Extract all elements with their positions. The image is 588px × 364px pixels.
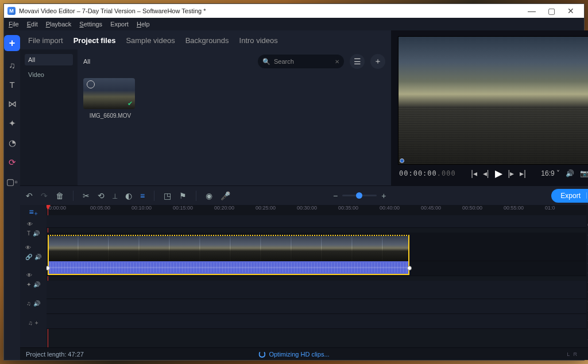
video-track-link-icon[interactable]: 🔗 — [25, 254, 32, 262]
timeline-toolbar: ↶ ↷ 🗑 ✂ ⟲ ⟂ ◐ ≡ ◳ ⚑ ◉ 🎤 − + — [20, 185, 588, 205]
video-track[interactable] — [47, 233, 586, 261]
record-audio-icon[interactable]: 🎤 — [220, 191, 230, 200]
timeline-ruler[interactable]: 0:00:0000:05:0000:10:0000:15:0000:20:000… — [47, 205, 586, 215]
marker-icon[interactable]: ⚑ — [179, 191, 187, 200]
titles-icon[interactable]: T — [9, 79, 14, 90]
clip-handle-right[interactable] — [407, 266, 412, 270]
clip-properties-icon[interactable]: ≡ — [140, 191, 145, 200]
browser-body: All Video All 🔍 Search ✕ — [20, 49, 391, 185]
delete-icon[interactable]: 🗑 — [56, 191, 64, 200]
rotate-icon[interactable]: ⟲ — [98, 191, 105, 200]
stopwatch-icon[interactable]: ◔ — [9, 137, 16, 149]
menu-settings[interactable]: Settings — [79, 21, 102, 28]
split-icon[interactable]: ✂ — [83, 191, 90, 200]
media-browser: File import Project files Sample videos … — [20, 30, 391, 185]
folder-all[interactable]: All — [25, 54, 73, 65]
ruler-tick: 00:25:00 — [256, 205, 297, 215]
spinner-icon — [258, 351, 265, 358]
audio-track-2[interactable] — [47, 314, 586, 329]
audio1-icon[interactable]: ♫ — [26, 300, 31, 308]
zoom-in-icon[interactable]: + — [381, 191, 386, 200]
track-visibility-icon[interactable]: 👁 — [27, 221, 33, 229]
audio2-add-icon[interactable]: + — [35, 320, 38, 328]
add-track-icon[interactable]: ≡₊ — [29, 207, 37, 216]
color-icon[interactable]: ◐ — [125, 191, 132, 200]
track2-fx-icon[interactable]: ✦ — [26, 281, 31, 289]
upper-panel: File import Project files Sample videos … — [20, 30, 588, 185]
record-video-icon[interactable]: ◉ — [206, 191, 212, 200]
menu-playback[interactable]: Playback — [46, 21, 72, 28]
volume-icon[interactable]: 🔊 — [566, 169, 574, 177]
search-placeholder: Search — [274, 58, 294, 65]
search-icon: 🔍 — [262, 58, 270, 65]
tab-intro-videos[interactable]: Intro videos — [239, 36, 278, 45]
video-track-vis-icon[interactable]: 👁 — [25, 245, 31, 253]
menu-file[interactable]: File — [9, 21, 19, 28]
export-button[interactable]: Export˅ — [551, 189, 588, 203]
linked-audio-track[interactable] — [47, 261, 586, 276]
overlay-track[interactable] — [47, 281, 586, 299]
audio-clip[interactable] — [48, 261, 409, 275]
menu-edit[interactable]: Edit — [27, 21, 38, 28]
tab-sample-videos[interactable]: Sample videos — [126, 36, 175, 45]
maximize-button[interactable]: ▢ — [541, 4, 561, 18]
files-filter-all[interactable]: All — [83, 58, 90, 65]
elements-icon[interactable]: ▢▫ — [6, 176, 17, 188]
effects-icon[interactable]: ✦ — [9, 118, 16, 129]
center-area: File import Project files Sample videos … — [20, 30, 588, 360]
step-forward-icon[interactable]: |▸ — [508, 169, 514, 178]
audio-icon[interactable]: ♫ — [9, 59, 15, 71]
audio1-mute-icon[interactable]: 🔊 — [33, 300, 40, 308]
undo-icon[interactable]: ↶ — [26, 191, 33, 200]
track2-mute-icon[interactable]: 🔊 — [33, 281, 40, 289]
ruler-tick: 00:45:00 — [421, 205, 462, 215]
snapshot-icon[interactable]: 📷 — [580, 169, 588, 177]
tab-file-import[interactable]: File import — [28, 36, 63, 45]
search-clear-icon[interactable]: ✕ — [335, 59, 339, 65]
add-files-button[interactable]: ＋ — [370, 54, 385, 69]
track-mute-icon[interactable]: 🔊 — [33, 230, 40, 238]
skip-start-icon[interactable]: |◂ — [471, 169, 477, 178]
preview-handle-icon[interactable] — [400, 158, 404, 163]
tab-backgrounds[interactable]: Backgrounds — [185, 36, 229, 45]
overlay-icon[interactable]: ◳ — [164, 191, 171, 200]
close-button[interactable]: ✕ — [561, 4, 581, 18]
timeline-zoom[interactable]: − + — [333, 191, 386, 200]
titlebar[interactable]: M Movavi Video Editor – 7-Day Trial Vers… — [4, 4, 584, 18]
skip-end-icon[interactable]: ▸| — [520, 169, 526, 178]
redo-icon[interactable]: ↷ — [41, 191, 48, 200]
menu-export[interactable]: Export — [110, 21, 129, 28]
aspect-ratio-label[interactable]: 16:9 ˅ — [541, 169, 560, 177]
folder-video[interactable]: Video — [25, 69, 73, 80]
clip-thumbnail[interactable]: IMG_6609.MOV — [83, 78, 137, 119]
ruler-tick: 00:40:00 — [380, 205, 421, 215]
track-lock-icon[interactable]: T — [27, 230, 30, 238]
tab-project-files[interactable]: Project files — [74, 36, 116, 45]
preview-video[interactable] — [398, 36, 588, 165]
minimize-button[interactable]: — — [522, 4, 541, 18]
step-back-icon[interactable]: ◂| — [483, 169, 489, 178]
sort-button[interactable]: ☰ — [350, 54, 365, 69]
video-track-mute-icon[interactable]: 🔊 — [34, 254, 41, 262]
track2-vis-icon[interactable]: 👁 — [26, 272, 32, 280]
menu-help[interactable]: Help — [137, 21, 150, 28]
transitions-icon[interactable]: ⋈ — [8, 98, 17, 110]
ruler-tick: 00:35:00 — [338, 205, 380, 215]
ruler-tick: 00:30:00 — [297, 205, 338, 215]
title-track[interactable] — [47, 215, 586, 228]
play-button[interactable]: ▶ — [495, 168, 502, 180]
ruler-tick: 00:20:00 — [214, 205, 256, 215]
crop-icon[interactable]: ⟂ — [113, 191, 117, 200]
zoom-slider[interactable] — [342, 195, 377, 196]
video-clip[interactable] — [48, 235, 409, 262]
add-media-button[interactable]: + — [4, 35, 20, 51]
ruler-tick: 00:05:00 — [90, 205, 131, 215]
timeline-body[interactable]: 0:00:0000:05:0000:10:0000:15:0000:20:000… — [47, 205, 586, 347]
audio2-icon[interactable]: ♫ — [28, 320, 33, 328]
zoom-out-icon[interactable]: − — [333, 191, 338, 200]
more-tools-icon[interactable]: ⟳ — [9, 157, 16, 168]
audio-track-1[interactable] — [47, 299, 586, 314]
thumbnail-grid: IMG_6609.MOV — [78, 73, 391, 123]
search-input[interactable]: 🔍 Search ✕ — [258, 55, 344, 68]
ruler-tick: 00:55:00 — [504, 205, 545, 215]
